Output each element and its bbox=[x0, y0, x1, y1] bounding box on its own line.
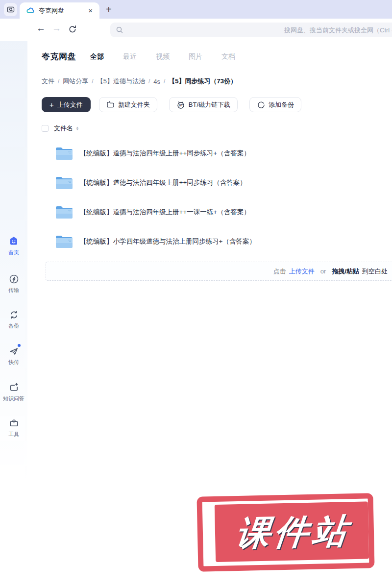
tab-title: 夸克网盘 bbox=[39, 6, 86, 15]
home-icon bbox=[8, 235, 20, 247]
bt-magnet-download-button[interactable]: BT BT/磁力链下载 bbox=[169, 97, 238, 112]
new-folder-button[interactable]: 新建文件夹 bbox=[99, 97, 157, 112]
sidebar-label-home: 首页 bbox=[8, 249, 19, 256]
file-name: 【统编版】道德与法治四年级上册++同步练习（含答案） bbox=[80, 178, 246, 187]
quark-logo-icon bbox=[26, 6, 35, 15]
file-row[interactable]: 【统编版】道德与法治四年级上册++同步练习（含答案） bbox=[42, 168, 392, 197]
new-folder-icon bbox=[106, 100, 115, 109]
forward-icon: → bbox=[52, 23, 61, 34]
filter-tabs: 全部 最近 视频 图片 文档 bbox=[90, 52, 254, 61]
folder-icon bbox=[55, 204, 74, 220]
quark-drive-page: 夸克网盘 × + ← → 首页 传输 bbox=[0, 0, 392, 588]
dropzone-drag-text: 拖拽/粘贴 bbox=[332, 267, 359, 276]
search-icon bbox=[116, 26, 123, 34]
tab-all[interactable]: 全部 bbox=[90, 52, 104, 61]
dropzone-or-text: or bbox=[320, 268, 326, 275]
sidebar-label-tools: 工具 bbox=[8, 431, 19, 438]
sidebar-item-quick-send[interactable]: 快传 bbox=[0, 345, 27, 366]
breadcrumb-item-4s[interactable]: 4s bbox=[153, 78, 160, 85]
file-name: 【统编版】小学四年级道德与法治上册同步练习+（含答案） bbox=[80, 237, 256, 246]
dropzone-click-text: 点击 bbox=[273, 267, 286, 276]
breadcrumb-current: 【5】同步练习（73份） bbox=[169, 77, 237, 86]
tab-search-icon bbox=[7, 6, 15, 14]
folder-icon bbox=[55, 175, 74, 191]
breadcrumb-separator: / bbox=[164, 78, 165, 85]
action-buttons: + 上传文件 新建文件夹 BT BT/磁力链下载 添加备份 bbox=[42, 97, 313, 112]
new-tab-button[interactable]: + bbox=[103, 3, 115, 16]
dropzone-target-text: 到空白处 bbox=[362, 267, 388, 276]
file-name: 【统编版】道德与法治四年级上册++一课一练+（含答案） bbox=[80, 208, 250, 217]
tab-image[interactable]: 图片 bbox=[189, 52, 202, 61]
breadcrumb-separator: / bbox=[92, 78, 93, 85]
breadcrumb-item-subject[interactable]: 【5】道德与法治 bbox=[97, 77, 145, 86]
folder-icon bbox=[55, 146, 74, 161]
sidebar-item-knowledge-qa[interactable]: 知识问答 bbox=[0, 381, 27, 402]
stamp-text: 课件站 bbox=[231, 514, 352, 550]
browser-tab[interactable]: 夸克网盘 × bbox=[20, 2, 99, 19]
sidebar-label-knowledge-qa: 知识问答 bbox=[3, 395, 24, 402]
upload-dropzone[interactable]: 点击 上传文件 or 拖拽/粘贴 到空白处 bbox=[46, 262, 392, 281]
select-all-checkbox[interactable] bbox=[42, 125, 49, 132]
header-row: 夸克网盘 全部 最近 视频 图片 文档 bbox=[42, 51, 254, 62]
toolbox-icon bbox=[8, 417, 20, 429]
dropzone-upload-link[interactable]: 上传文件 bbox=[289, 267, 315, 276]
refresh-icon[interactable] bbox=[68, 24, 77, 34]
file-row[interactable]: 【统编版】小学四年级道德与法治上册同步练习+（含答案） bbox=[42, 227, 392, 256]
back-icon[interactable]: ← bbox=[36, 23, 46, 34]
browser-tab-bar: 夸克网盘 × + bbox=[0, 0, 392, 19]
sidebar-item-transfer[interactable]: 传输 bbox=[0, 273, 27, 294]
tab-search-button[interactable] bbox=[4, 3, 17, 16]
folder-icon bbox=[55, 234, 74, 249]
tab-close-icon[interactable]: × bbox=[86, 6, 95, 15]
file-table-header: 文件名 ▲ ▼ bbox=[42, 124, 79, 133]
file-name: 【统编版】道德与法治四年级上册++同步练习+（含答案） bbox=[80, 149, 250, 158]
paper-plane-icon bbox=[8, 345, 20, 357]
breadcrumb-separator: / bbox=[148, 78, 150, 85]
notification-dot bbox=[18, 344, 21, 347]
tab-document[interactable]: 文档 bbox=[221, 52, 235, 61]
plus-icon: + bbox=[49, 100, 54, 109]
upload-file-button[interactable]: + 上传文件 bbox=[42, 97, 91, 112]
add-backup-button[interactable]: 添加备份 bbox=[249, 97, 301, 112]
sidebar-item-home[interactable]: 首页 bbox=[0, 235, 27, 256]
svg-text:BT: BT bbox=[179, 103, 183, 107]
add-backup-icon bbox=[257, 100, 265, 109]
transfer-icon bbox=[8, 273, 20, 285]
search-bar bbox=[110, 23, 392, 37]
breadcrumb: 文件 / 网站分享 / 【5】道德与法治 / 4s / 【5】同步练习（73份） bbox=[42, 77, 237, 86]
filename-column-header: 文件名 bbox=[54, 124, 73, 133]
new-folder-label: 新建文件夹 bbox=[118, 100, 150, 109]
browser-toolbar: ← → bbox=[0, 19, 392, 41]
backup-sync-icon bbox=[8, 309, 20, 320]
tab-recent[interactable]: 最近 bbox=[123, 52, 137, 61]
sidebar-item-backup[interactable]: 备份 bbox=[0, 309, 27, 330]
bt-download-label: BT/磁力链下载 bbox=[189, 100, 230, 109]
sidebar-label-quick-send: 快传 bbox=[8, 359, 19, 366]
sort-icon[interactable]: ▲ ▼ bbox=[76, 126, 79, 130]
breadcrumb-item-files[interactable]: 文件 bbox=[42, 77, 54, 86]
sidebar-item-tools[interactable]: 工具 bbox=[0, 417, 27, 438]
file-row[interactable]: 【统编版】道德与法治四年级上册++一课一练+（含答案） bbox=[42, 197, 392, 227]
watermark-stamp: 课件站 bbox=[196, 493, 374, 572]
breadcrumb-item-shared[interactable]: 网站分享 bbox=[63, 77, 88, 86]
file-list: 【统编版】道德与法治四年级上册++同步练习+（含答案） 【统编版】道德与法治四年… bbox=[42, 139, 392, 256]
bt-download-icon: BT bbox=[176, 100, 185, 109]
knowledge-qa-icon bbox=[8, 381, 20, 393]
file-row[interactable]: 【统编版】道德与法治四年级上册++同步练习+（含答案） bbox=[42, 139, 392, 168]
page-title: 夸克网盘 bbox=[42, 51, 76, 62]
sidebar-label-transfer: 传输 bbox=[8, 287, 19, 294]
stamp-inner: 课件站 bbox=[215, 501, 369, 562]
tab-video[interactable]: 视频 bbox=[156, 52, 170, 61]
sidebar: 首页 传输 备份 快传 知识问答 bbox=[0, 41, 27, 588]
breadcrumb-separator: / bbox=[58, 78, 59, 85]
sidebar-label-backup: 备份 bbox=[8, 322, 19, 330]
upload-file-label: 上传文件 bbox=[57, 100, 83, 109]
search-input[interactable] bbox=[110, 23, 392, 37]
add-backup-label: 添加备份 bbox=[269, 100, 294, 109]
